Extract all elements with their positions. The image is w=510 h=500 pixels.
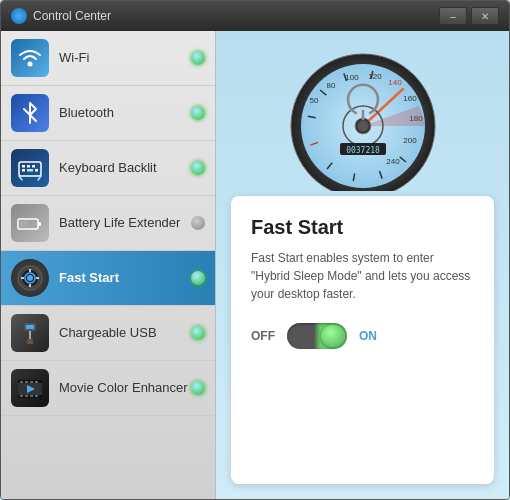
- window-controls: – ✕: [439, 7, 499, 25]
- toggle-knob: [321, 325, 345, 347]
- svg-point-0: [28, 62, 33, 67]
- sidebar-item-battery[interactable]: Battery Life Extender: [1, 196, 215, 251]
- svg-rect-34: [35, 395, 38, 397]
- wifi-icon: [11, 39, 49, 77]
- svg-point-14: [27, 275, 33, 281]
- battery-toggle[interactable]: [191, 216, 205, 230]
- usb-toggle[interactable]: [191, 326, 205, 340]
- battery-label: Battery Life Extender: [59, 215, 191, 232]
- toggle-off-label: OFF: [251, 329, 275, 343]
- window-title: Control Center: [33, 9, 439, 23]
- svg-text:140: 140: [388, 78, 402, 87]
- toggle-on-label: ON: [359, 329, 377, 343]
- svg-rect-5: [22, 169, 25, 172]
- main-content: Wi-Fi Bluetooth: [1, 31, 509, 499]
- bluetooth-icon: [11, 94, 49, 132]
- title-bar: Control Center – ✕: [1, 1, 509, 31]
- app-icon: [11, 8, 27, 24]
- keyboard-label: Keyboard Backlit: [59, 160, 191, 177]
- svg-rect-2: [22, 165, 25, 168]
- wifi-label: Wi-Fi: [59, 50, 191, 67]
- svg-text:50: 50: [309, 96, 318, 105]
- svg-text:0037218: 0037218: [346, 146, 380, 155]
- svg-rect-10: [20, 221, 28, 227]
- svg-text:160: 160: [403, 94, 417, 103]
- sidebar-item-movie[interactable]: Movie Color Enhancer: [1, 361, 215, 416]
- info-card: Fast Start Fast Start enables system to …: [231, 196, 494, 484]
- faststart-label: Fast Start: [59, 270, 191, 287]
- usb-icon: [11, 314, 49, 352]
- right-panel: 50 80 100 120 140 160: [216, 31, 509, 499]
- faststart-icon: [11, 259, 49, 297]
- sidebar: Wi-Fi Bluetooth: [1, 31, 216, 499]
- sidebar-item-bluetooth[interactable]: Bluetooth: [1, 86, 215, 141]
- svg-rect-23: [27, 339, 33, 344]
- sidebar-item-faststart[interactable]: Fast Start: [1, 251, 215, 306]
- svg-text:120: 120: [368, 72, 382, 81]
- svg-text:100: 100: [345, 73, 359, 82]
- svg-rect-6: [27, 169, 33, 172]
- movie-toggle[interactable]: [191, 381, 205, 395]
- svg-point-58: [358, 121, 368, 131]
- bluetooth-toggle[interactable]: [191, 106, 205, 120]
- svg-rect-33: [30, 395, 33, 397]
- faststart-toggle[interactable]: [191, 271, 205, 285]
- wifi-toggle[interactable]: [191, 51, 205, 65]
- speedometer-container: 50 80 100 120 140 160: [283, 51, 443, 181]
- svg-text:240: 240: [386, 157, 400, 166]
- sidebar-item-usb[interactable]: Chargeable USB: [1, 306, 215, 361]
- svg-rect-32: [25, 395, 28, 397]
- sidebar-item-wifi[interactable]: Wi-Fi: [1, 31, 215, 86]
- svg-rect-7: [35, 169, 38, 172]
- bluetooth-label: Bluetooth: [59, 105, 191, 122]
- minimize-button[interactable]: –: [439, 7, 467, 25]
- power-toggle-switch[interactable]: [287, 323, 347, 349]
- svg-rect-29: [30, 381, 33, 383]
- svg-rect-30: [35, 381, 38, 383]
- svg-rect-4: [32, 165, 35, 168]
- svg-rect-27: [20, 381, 23, 383]
- movie-label: Movie Color Enhancer: [59, 380, 191, 397]
- svg-text:200: 200: [403, 136, 417, 145]
- svg-rect-3: [27, 165, 30, 168]
- detail-description: Fast Start enables system to enter "Hybr…: [251, 249, 474, 303]
- movie-icon: [11, 369, 49, 407]
- sidebar-item-keyboard[interactable]: Keyboard Backlit: [1, 141, 215, 196]
- usb-label: Chargeable USB: [59, 325, 191, 342]
- toggle-row: OFF ON: [251, 323, 474, 349]
- svg-rect-28: [25, 381, 28, 383]
- battery-icon: [11, 204, 49, 242]
- keyboard-icon: [11, 149, 49, 187]
- keyboard-toggle[interactable]: [191, 161, 205, 175]
- svg-text:80: 80: [326, 81, 335, 90]
- detail-title: Fast Start: [251, 216, 474, 239]
- svg-rect-20: [26, 325, 34, 329]
- app-window: Control Center – ✕ Wi-Fi: [0, 0, 510, 500]
- close-button[interactable]: ✕: [471, 7, 499, 25]
- svg-rect-31: [20, 395, 23, 397]
- svg-rect-9: [38, 222, 41, 226]
- speedometer: 50 80 100 120 140 160: [288, 41, 438, 191]
